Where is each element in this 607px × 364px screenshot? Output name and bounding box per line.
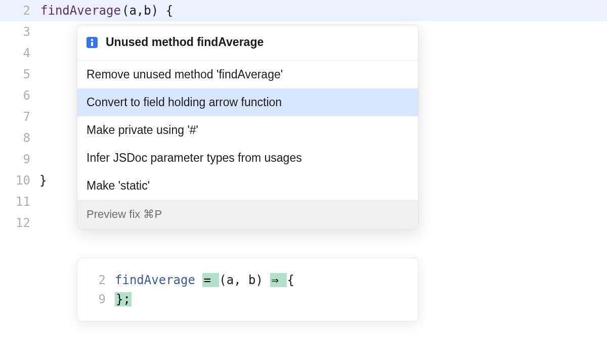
line-number: 6 xyxy=(0,88,39,103)
preview-line-number: 9 xyxy=(84,292,115,306)
diff-added: }; xyxy=(115,292,132,306)
code-content: } xyxy=(39,173,47,188)
line-number: 5 xyxy=(0,67,39,81)
action-make-private[interactable]: Make private using '#' xyxy=(77,116,418,144)
info-icon xyxy=(86,37,98,48)
line-number: 7 xyxy=(0,110,39,124)
space xyxy=(195,273,202,287)
svg-rect-1 xyxy=(91,42,93,46)
preview-line-number: 2 xyxy=(84,273,115,287)
line-number: 2 xyxy=(0,4,39,18)
popup-footer[interactable]: Preview fix ⌘P xyxy=(77,200,418,229)
code-content: findAverage(a,b) { xyxy=(39,4,173,18)
preview-code: findAverage = (a, b) ⇒ { xyxy=(115,273,294,287)
line-number: 10 xyxy=(0,173,39,188)
intention-actions-popup: Unused method findAverage Remove unused … xyxy=(77,25,419,230)
diff-added: ⇒ xyxy=(270,273,287,287)
closing-brace: } xyxy=(39,173,47,188)
svg-rect-0 xyxy=(91,39,93,41)
line-number: 9 xyxy=(0,152,39,166)
line-number: 4 xyxy=(0,46,39,60)
line-number: 3 xyxy=(0,25,39,39)
popup-header: Unused method findAverage xyxy=(77,25,418,61)
code-line[interactable]: 2 findAverage(a,b) { xyxy=(0,0,607,21)
line-number: 11 xyxy=(0,195,39,209)
preview-line: 9 }; xyxy=(84,290,411,309)
preview-code: }; xyxy=(115,292,132,306)
action-make-static[interactable]: Make 'static' xyxy=(77,172,418,200)
line-number: 8 xyxy=(0,131,39,145)
method-params: (a,b) { xyxy=(122,4,173,18)
diff-added: = xyxy=(202,273,219,287)
diff-preview-panel: 2 findAverage = (a, b) ⇒ { 9 }; xyxy=(77,258,419,322)
action-convert-to-arrow[interactable]: Convert to field holding arrow function xyxy=(77,88,418,116)
preview-identifier: findAverage xyxy=(115,273,195,287)
action-remove-unused[interactable]: Remove unused method 'findAverage' xyxy=(77,61,418,88)
preview-line: 2 findAverage = (a, b) ⇒ { xyxy=(84,270,411,290)
preview-brace: { xyxy=(287,273,294,287)
line-number: 12 xyxy=(0,216,39,230)
method-identifier: findAverage xyxy=(39,4,122,18)
preview-params: (a, b) xyxy=(219,273,270,287)
action-infer-jsdoc[interactable]: Infer JSDoc parameter types from usages xyxy=(77,144,418,172)
popup-title: Unused method findAverage xyxy=(106,35,264,49)
